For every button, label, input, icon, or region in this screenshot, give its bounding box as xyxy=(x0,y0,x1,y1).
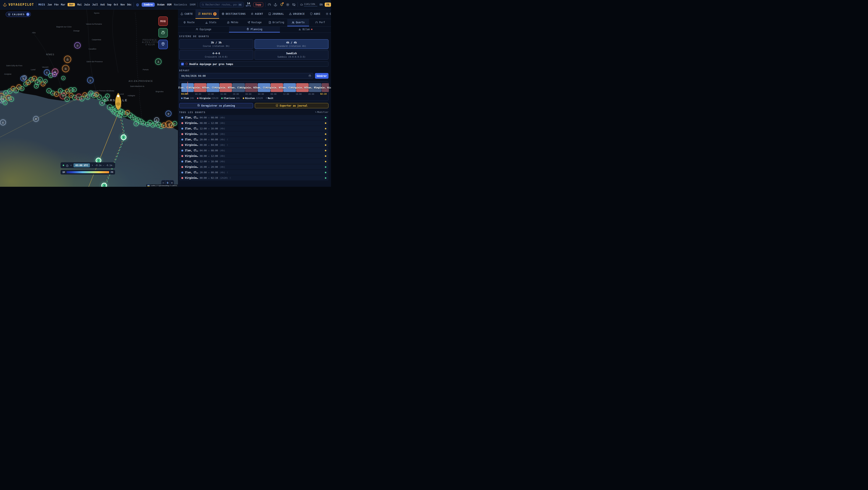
bell-icon[interactable] xyxy=(280,3,283,6)
gauge-icon[interactable] xyxy=(268,3,271,6)
watch-system-option[interactable]: 4h / 4hStandard (rotation 4h) xyxy=(255,39,329,49)
lang-en-button[interactable]: EN xyxy=(319,3,322,6)
month-oct[interactable]: Oct xyxy=(114,3,118,6)
month-juil[interactable]: Juil xyxy=(92,3,98,6)
watch-row[interactable]: Virginie…16:00 – 20:00(4h) xyxy=(179,131,329,136)
month-mar[interactable]: Mar xyxy=(61,3,65,6)
anchorage-marker[interactable]: ⚓ xyxy=(134,121,139,126)
delete-waypoints-button[interactable]: Supp xyxy=(253,2,264,7)
anchorage-marker[interactable]: ⚓ xyxy=(52,72,57,77)
tab-destinations[interactable]: DESTINATIONS xyxy=(219,9,248,19)
watch-row[interactable]: Ilan, Cl…20:00 – 00:00(4h)☾ xyxy=(179,170,329,175)
harbor-marker[interactable]: ⌂ xyxy=(74,42,81,48)
tab-agent[interactable]: AGENT xyxy=(248,9,266,19)
map-canvas[interactable]: NyonsVaison-la-RomaineBagnols-sur-CèzeOr… xyxy=(0,9,178,187)
tab-urgence[interactable]: URGENCE xyxy=(286,9,307,19)
basemap-shom[interactable]: SHOM xyxy=(190,3,196,6)
subtab-briefing[interactable]: Briefing xyxy=(265,19,287,26)
view-planning[interactable]: Planning xyxy=(229,27,280,32)
pin-marker[interactable]: ◎ xyxy=(43,79,48,84)
month-fév[interactable]: Fév xyxy=(54,3,59,6)
pin-marker[interactable]: ◎ xyxy=(165,110,172,117)
anchorage-marker[interactable]: ⚓ xyxy=(97,95,102,100)
anchorage-marker[interactable]: ⚓ xyxy=(173,121,177,126)
export-journal-button[interactable]: Exporter au journal xyxy=(255,103,329,108)
subtab-quarts[interactable]: Quarts xyxy=(287,19,309,26)
tab-abri[interactable]: ABRI xyxy=(307,9,323,19)
anchorage-marker[interactable]: ⚓ xyxy=(3,100,7,105)
departure-datetime-input[interactable] xyxy=(181,74,309,77)
view-bilan[interactable]: Bilan xyxy=(280,27,331,32)
global-search[interactable]: ⌘K xyxy=(200,2,244,7)
watch-row[interactable]: Virginie…00:00 – 02:19(2h20)☾ xyxy=(179,175,329,181)
month-avr[interactable]: Avr xyxy=(67,3,75,6)
anchorage-marker[interactable]: ⚓ xyxy=(105,94,110,98)
subtab-route[interactable]: Route xyxy=(178,19,200,26)
search-input[interactable] xyxy=(206,3,237,6)
lang-fr-button[interactable]: FR xyxy=(324,3,331,7)
time-prev-button[interactable]: ‹ xyxy=(70,164,72,166)
time-value-chip[interactable]: 03:08 UTC xyxy=(73,163,90,167)
basemap-navionics[interactable]: Navionics xyxy=(174,3,187,6)
tab-carte[interactable]: CARTE xyxy=(178,9,195,19)
poi-marker[interactable] xyxy=(23,75,27,79)
watch-row[interactable]: Virginie…16:00 – 20:00(4h) xyxy=(179,164,329,169)
sun-icon[interactable] xyxy=(286,3,289,6)
month-sep[interactable]: Sep xyxy=(107,3,112,6)
pin-marker[interactable]: ◎ xyxy=(61,76,65,80)
pin-marker[interactable]: ◎ xyxy=(72,87,76,92)
mob-button[interactable]: MOB xyxy=(158,17,168,26)
brand[interactable]: VOYAGEPILOT xyxy=(3,3,34,6)
view-équipage[interactable]: Équipage xyxy=(178,27,229,32)
anchorage-marker[interactable]: ⚓ xyxy=(38,77,43,82)
locate-button[interactable] xyxy=(158,40,168,49)
subtab-routage[interactable]: Routage xyxy=(244,19,266,26)
departure-datetime-field[interactable] xyxy=(179,73,313,79)
pin-marker[interactable]: ◎ xyxy=(154,117,159,122)
watch-row[interactable]: Ilan, Cl…12:00 – 16:00(4h) xyxy=(179,126,329,131)
watch-row[interactable]: Virginie…00:00 – 04:00(4h)☾ xyxy=(179,142,329,148)
watch-system-option[interactable]: 3h / 3hCourse (rotation 3h) xyxy=(179,39,253,49)
month-nov[interactable]: Nov xyxy=(121,3,125,6)
basemap-sombre[interactable]: Sombre xyxy=(142,3,155,7)
layers-button[interactable]: CALQUES 5 xyxy=(6,12,31,17)
edit-watches-button[interactable]: ✎ Modifier xyxy=(315,111,329,113)
eye-off-icon[interactable] xyxy=(292,3,296,6)
watch-system-option[interactable]: SwedishSuédois (4-4-4-4-3-5) xyxy=(255,50,329,60)
anchorage-marker[interactable]: ⚓ xyxy=(0,120,6,125)
tab-conf[interactable]: CONF xyxy=(323,9,331,19)
tab-routes[interactable]: ROUTES2 xyxy=(195,9,219,19)
basemap-osm[interactable]: OSM xyxy=(167,3,172,6)
harbor-marker[interactable]: ⌂ xyxy=(64,56,71,63)
waypoint-badge-2[interactable]: 2 xyxy=(121,134,126,140)
pin-marker[interactable]: ◎ xyxy=(33,116,39,122)
month-déc[interactable]: Déc xyxy=(127,3,131,6)
anchorage-marker[interactable]: ⚓ xyxy=(80,96,85,101)
tab-journal[interactable]: JOURNAL xyxy=(266,9,286,19)
month-jan[interactable]: Jan xyxy=(48,3,52,6)
time-next-button[interactable]: › xyxy=(92,164,93,166)
subtab-perf[interactable]: Perf xyxy=(309,19,331,26)
watch-row[interactable]: Ilan, Cl…04:00 – 08:00(4h) xyxy=(179,115,329,120)
generate-button[interactable]: Générer xyxy=(315,73,329,79)
anchorage-marker[interactable]: ⚓ xyxy=(54,92,59,97)
anchorage-marker[interactable]: ⚓ xyxy=(34,84,39,89)
month-juin[interactable]: Juin xyxy=(84,3,90,6)
subtab-stats[interactable]: Stats xyxy=(200,19,222,26)
pin-marker[interactable]: ◎ xyxy=(141,121,146,125)
watch-row[interactable]: Ilan, Cl…04:00 – 08:00(4h) xyxy=(179,148,329,153)
watch-row[interactable]: Virginie…08:00 – 12:00(4h) xyxy=(179,121,329,126)
checkbox-checked[interactable]: ✓ xyxy=(181,63,184,65)
anchor-icon[interactable] xyxy=(274,3,277,6)
basemap-océan[interactable]: Océan xyxy=(157,3,165,6)
watch-row[interactable]: Ilan, Cl…20:00 – 00:00(4h)☾ xyxy=(179,137,329,142)
save-planning-button[interactable]: Enregistrer ce planning xyxy=(179,103,253,108)
watch-row[interactable]: Ilan, Cl…12:00 – 16:00(4h) xyxy=(179,159,329,164)
pin-marker[interactable]: ◎ xyxy=(85,95,90,100)
pin-marker[interactable]: ◎ xyxy=(20,86,24,91)
anchorage-marker[interactable]: ⚓ xyxy=(65,97,70,102)
weather-layer-button[interactable] xyxy=(158,28,168,38)
harbor-marker[interactable]: ⌂ xyxy=(62,65,69,72)
watch-block-night[interactable]: Virginie, Nicolas xyxy=(322,83,329,92)
own-ship-marker[interactable] xyxy=(114,92,122,111)
